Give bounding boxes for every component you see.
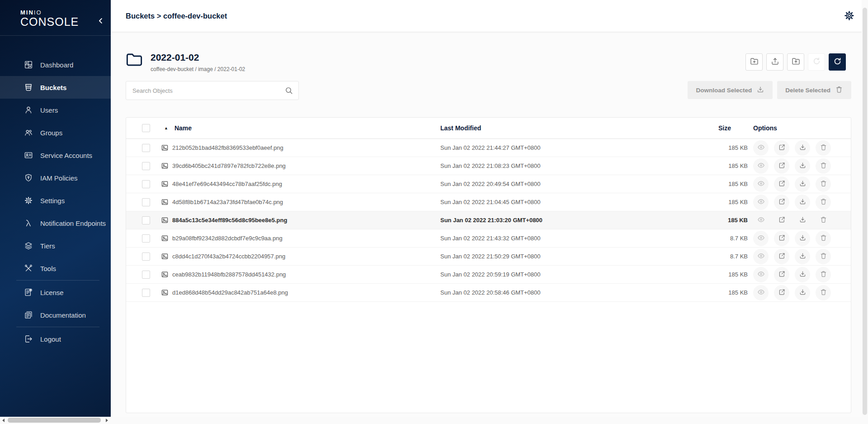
object-name-cell[interactable]: ceab9832b11948bfb2887578dd451432.png — [161, 271, 440, 278]
delete-object-button[interactable] — [816, 231, 831, 246]
rewind-button[interactable] — [808, 53, 825, 71]
preview-object-button[interactable] — [753, 140, 769, 156]
delete-object-button[interactable] — [816, 195, 831, 210]
object-path-breadcrumb[interactable]: coffee-dev-bucket / image / 2022-01-02 — [151, 66, 245, 72]
preview-object-button[interactable] — [753, 285, 769, 300]
download-object-button[interactable] — [795, 158, 810, 174]
object-name-cell[interactable]: b29a08fbf92342d882dcbdf7e9c9c9aa.png — [161, 234, 440, 242]
object-name-cell[interactable]: 884a5c13c5e34eff89c56d8c95bee8e5.png — [161, 216, 440, 224]
sidebar-item-settings[interactable]: Settings — [0, 189, 111, 212]
preview-object-button[interactable] — [753, 195, 769, 210]
sidebar-item-buckets[interactable]: Buckets — [0, 76, 111, 99]
breadcrumb[interactable]: Buckets > coffee-dev-bucket — [126, 12, 227, 20]
search-input[interactable] — [126, 81, 299, 100]
table-row[interactable]: 212b052b1bad482fb8369533ebf0aeef.png Sun… — [126, 139, 851, 157]
open-object-button[interactable] — [774, 249, 789, 264]
open-object-button[interactable] — [774, 231, 789, 246]
table-row[interactable]: ceab9832b11948bfb2887578dd451432.png Sun… — [126, 266, 851, 284]
delete-object-button[interactable] — [816, 158, 831, 174]
gear-icon — [844, 16, 855, 23]
preview-object-button[interactable] — [753, 249, 769, 264]
sidebar-item-service-accounts[interactable]: Service Accounts — [0, 144, 111, 167]
sidebar-item-users[interactable]: Users — [0, 99, 111, 121]
table-row[interactable]: c8dd4c1d270f43a2b4724ccbb2204957.png Sun… — [126, 248, 851, 266]
table-row[interactable]: b29a08fbf92342d882dcbdf7e9c9c9aa.png Sun… — [126, 229, 851, 248]
sidebar-item-iam-policies[interactable]: IAM Policies — [0, 167, 111, 189]
horizontal-scrollbar-thumb[interactable] — [8, 418, 101, 423]
sidebar-item-dashboard[interactable]: Dashboard — [0, 53, 111, 76]
scroll-right-arrow[interactable] — [106, 419, 108, 422]
refresh-button[interactable] — [829, 53, 846, 71]
row-checkbox[interactable] — [142, 289, 150, 297]
upload-folder-button[interactable] — [787, 53, 804, 71]
sidebar-item-logout[interactable]: Logout — [0, 328, 111, 350]
scroll-left-arrow[interactable] — [2, 419, 5, 422]
download-object-button[interactable] — [795, 249, 810, 264]
vertical-scrollbar-thumb[interactable] — [863, 8, 867, 415]
download-object-icon — [799, 143, 807, 152]
eye-icon — [757, 143, 765, 152]
table-row[interactable]: 884a5c13c5e34eff89c56d8c95bee8e5.png Sun… — [126, 211, 851, 229]
row-checkbox[interactable] — [142, 216, 150, 224]
delete-object-button[interactable] — [816, 176, 831, 192]
download-object-button[interactable] — [795, 213, 810, 228]
open-object-button[interactable] — [774, 213, 789, 228]
row-checkbox[interactable] — [142, 271, 150, 279]
sidebar-logo-row: MINIO CONSOLE — [0, 0, 111, 36]
object-name-cell[interactable]: d1ed868d48b54dd29ac842ab751a64e8.png — [161, 289, 440, 296]
object-name-cell[interactable]: c8dd4c1d270f43a2b4724ccbb2204957.png — [161, 252, 440, 260]
table-row[interactable]: 39cd6b405bc241d7897e782fcb722e8e.png Sun… — [126, 157, 851, 175]
download-object-button[interactable] — [795, 140, 810, 156]
sidebar-collapse-button[interactable] — [95, 15, 107, 27]
logo-io-text: IO — [34, 9, 42, 16]
row-checkbox[interactable] — [142, 180, 150, 188]
sidebar-item-groups[interactable]: Groups — [0, 121, 111, 144]
preview-object-button[interactable] — [753, 176, 769, 192]
row-checkbox[interactable] — [142, 144, 150, 152]
delete-object-button[interactable] — [816, 140, 831, 156]
row-checkbox[interactable] — [142, 198, 150, 206]
object-name-cell[interactable]: 4d58f8b1b6714a23a73fd47bfae0b74c.png — [161, 198, 440, 206]
object-name-cell[interactable]: 212b052b1bad482fb8369533ebf0aeef.png — [161, 144, 440, 152]
download-object-button[interactable] — [795, 195, 810, 210]
open-object-button[interactable] — [774, 267, 789, 282]
download-object-button[interactable] — [795, 176, 810, 192]
preview-object-button[interactable] — [753, 231, 769, 246]
open-object-button[interactable] — [774, 158, 789, 174]
create-path-button[interactable] — [745, 53, 763, 71]
row-checkbox[interactable] — [142, 252, 150, 261]
open-object-button[interactable] — [774, 140, 789, 156]
delete-object-button[interactable] — [816, 249, 831, 264]
delete-object-button[interactable] — [816, 213, 831, 228]
object-size: 185 KB — [712, 162, 748, 169]
open-object-button[interactable] — [774, 195, 789, 210]
sidebar-item-notification-endpoints[interactable]: Notification Endpoints — [0, 212, 111, 234]
upload-file-button[interactable] — [766, 53, 783, 71]
preview-object-button[interactable] — [753, 213, 769, 228]
preview-object-button[interactable] — [753, 267, 769, 282]
delete-object-button[interactable] — [816, 285, 831, 300]
delete-object-button[interactable] — [816, 267, 831, 282]
row-checkbox[interactable] — [142, 162, 150, 170]
sidebar-item-tiers[interactable]: Tiers — [0, 234, 111, 257]
download-object-button[interactable] — [795, 285, 810, 300]
object-name-cell[interactable]: 39cd6b405bc241d7897e782fcb722e8e.png — [161, 162, 440, 170]
header-name[interactable]: ▲ Name — [161, 124, 440, 132]
preview-object-button[interactable] — [753, 158, 769, 174]
table-row[interactable]: 48e41ef7e69c443494cc78b7aaf25fdc.png Sun… — [126, 175, 851, 193]
open-object-button[interactable] — [774, 285, 789, 300]
sidebar-item-license[interactable]: License — [0, 281, 111, 304]
select-all-checkbox[interactable] — [142, 124, 150, 132]
download-object-button[interactable] — [795, 231, 810, 246]
row-checkbox[interactable] — [142, 234, 150, 243]
table-row[interactable]: 4d58f8b1b6714a23a73fd47bfae0b74c.png Sun… — [126, 193, 851, 211]
table-row[interactable]: d1ed868d48b54dd29ac842ab751a64e8.png Sun… — [126, 284, 851, 302]
download-object-button[interactable] — [795, 267, 810, 282]
sidebar-item-tools[interactable]: Tools — [0, 257, 111, 280]
delete-selected-button[interactable]: Delete Selected — [777, 81, 851, 99]
console-settings-button[interactable] — [843, 10, 855, 22]
object-name-cell[interactable]: 48e41ef7e69c443494cc78b7aaf25fdc.png — [161, 180, 440, 188]
open-object-button[interactable] — [774, 176, 789, 192]
sidebar-item-documentation[interactable]: Documentation — [0, 304, 111, 326]
download-selected-button[interactable]: Download Selected — [688, 81, 773, 99]
